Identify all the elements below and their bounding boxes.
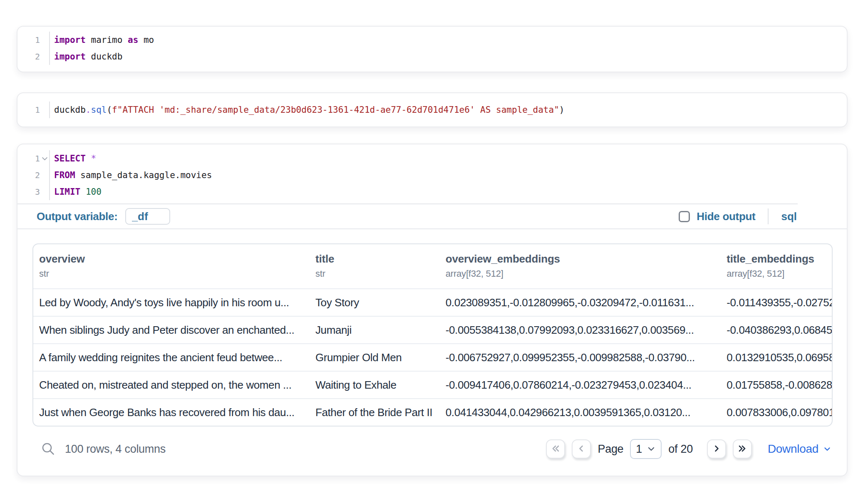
download-label: Download [768, 442, 818, 456]
table-cell: -0.009417406,0.07860214,-0.023279453,0.0… [440, 371, 721, 399]
chevron-down-icon [823, 444, 832, 454]
table-cell: -0.0055384138,0.07992093,0.023316627,0.0… [440, 316, 721, 344]
table-cell: Waiting to Exhale [310, 371, 440, 399]
fold-spacer [40, 102, 49, 118]
chevrons-right-icon [737, 444, 747, 455]
table-row: Cheated on, mistreated and stepped on, t… [33, 371, 832, 399]
table-cell: A family wedding reignites the ancient f… [33, 344, 310, 371]
fold-chevron-icon[interactable] [40, 150, 49, 167]
table-cell: Toy Story [310, 289, 440, 316]
chevron-left-icon [576, 444, 586, 455]
table-cell: 0.0132910535,0.06958 [721, 344, 832, 371]
code-text: LIMIT 100 [49, 184, 847, 200]
hide-output-checkbox[interactable] [679, 211, 690, 222]
code-line: 1SELECT * [17, 150, 847, 167]
column-type: str [39, 268, 307, 279]
column-name: overview_embeddings [446, 253, 718, 265]
code-line: 1import marimo as mo [17, 32, 847, 48]
sql-cell-footer: Output variable: Hide output sql [17, 204, 847, 228]
table-cell: When siblings Judy and Peter discover an… [33, 316, 310, 344]
page-select[interactable]: 1 [630, 439, 662, 459]
column-header-overview: overviewstr [33, 244, 310, 289]
first-page-button[interactable] [546, 439, 565, 459]
page-select-value: 1 [636, 443, 642, 456]
row-count-status: 100 rows, 4 columns [65, 443, 166, 456]
dataframe-table: overviewstrtitlestroverview_embeddingsar… [33, 244, 832, 426]
line-number: 1 [35, 102, 40, 118]
line-gutter: 1 [17, 32, 49, 48]
column-type: array[f32, 512] [446, 268, 718, 279]
notebook-cell-imports: 1import marimo as mo2import duckdb [17, 26, 848, 72]
line-number: 3 [35, 184, 40, 200]
table-cell: Father of the Bride Part II [310, 399, 440, 426]
code-text: SELECT * [49, 150, 847, 167]
fold-spacer [40, 32, 49, 48]
table-cell: 0.01755858,-0.0086286 [721, 371, 832, 399]
search-icon[interactable] [41, 441, 56, 456]
code-text: import marimo as mo [49, 32, 847, 48]
table-header-row: overviewstrtitlestroverview_embeddingsar… [33, 244, 832, 289]
pagination: Page 1 of 20 [546, 439, 832, 459]
line-gutter: 2 [17, 167, 49, 184]
table-cell: 0.007833006,0.097801 [721, 399, 832, 426]
fold-spacer [40, 48, 49, 65]
code-line: 2import duckdb [17, 48, 847, 65]
page-count-label: of 20 [668, 443, 693, 456]
line-number: 2 [35, 167, 40, 184]
code-line: 3LIMIT 100 [17, 184, 847, 200]
code-text: FROM sample_data.kaggle.movies [49, 167, 847, 184]
column-header-title: titlestr [310, 244, 440, 289]
line-number: 1 [35, 150, 40, 167]
code-editor-imports[interactable]: 1import marimo as mo2import duckdb [17, 32, 847, 65]
next-page-button[interactable] [707, 439, 726, 459]
table-cell: Grumpier Old Men [310, 344, 440, 371]
dataframe-table-card: overviewstrtitlestroverview_embeddingsar… [32, 243, 833, 427]
line-gutter: 1 [17, 150, 49, 167]
column-type: str [315, 268, 437, 279]
line-gutter: 3 [17, 184, 49, 200]
line-gutter: 2 [17, 48, 49, 65]
page-label: Page [598, 443, 623, 456]
table-cell: Just when George Banks has recovered fro… [33, 399, 310, 426]
code-editor-attach[interactable]: 1duckdb.sql(f"ATTACH 'md:_share/sample_d… [17, 102, 847, 118]
code-text: duckdb.sql(f"ATTACH 'md:_share/sample_da… [49, 102, 847, 118]
table-row: A family wedding reignites the ancient f… [33, 344, 832, 371]
table-cell: 0.041433044,0.042966213,0.0039591365,0.0… [440, 399, 721, 426]
column-name: overview [39, 253, 307, 265]
column-header-overview_embeddings: overview_embeddingsarray[f32, 512] [440, 244, 721, 289]
last-page-button[interactable] [733, 439, 752, 459]
vertical-divider [768, 208, 769, 224]
chevrons-left-icon [551, 444, 560, 455]
fold-spacer [40, 184, 49, 200]
code-line: 1duckdb.sql(f"ATTACH 'md:_share/sample_d… [17, 102, 847, 118]
table-footer: 100 rows, 4 columns Page 1 [32, 436, 833, 462]
download-button[interactable]: Download [768, 442, 832, 456]
notebook-cell-sql: 1SELECT *2FROM sample_data.kaggle.movies… [17, 144, 848, 476]
table-row: When siblings Judy and Peter discover an… [33, 316, 832, 344]
table-row: Just when George Banks has recovered fro… [33, 399, 832, 426]
fold-spacer [40, 167, 49, 184]
cell-output-area: overviewstrtitlestroverview_embeddingsar… [17, 229, 847, 462]
code-line: 2FROM sample_data.kaggle.movies [17, 167, 847, 184]
column-type: array[f32, 512] [727, 268, 829, 279]
output-variable-input[interactable] [125, 208, 170, 225]
table-cell: Led by Woody, Andy's toys live happily i… [33, 289, 310, 316]
line-gutter: 1 [17, 102, 49, 118]
table-cell: Cheated on, mistreated and stepped on, t… [33, 371, 310, 399]
table-cell: -0.011439355,-0.02752 [721, 289, 832, 316]
table-cell: -0.006752927,0.099952355,-0.009982588,-0… [440, 344, 721, 371]
chevron-right-icon [712, 444, 722, 455]
column-name: title_embeddings [727, 253, 829, 265]
code-editor-sql[interactable]: 1SELECT *2FROM sample_data.kaggle.movies… [17, 150, 847, 200]
previous-page-button[interactable] [572, 439, 591, 459]
table-cell: Jumanji [310, 316, 440, 344]
line-number: 1 [35, 32, 40, 48]
chevron-down-icon [647, 444, 656, 454]
output-variable-label: Output variable: [37, 210, 118, 223]
line-number: 2 [35, 48, 40, 65]
hide-output-label: Hide output [697, 210, 755, 223]
notebook: 1import marimo as mo2import duckdb 1duck… [0, 0, 868, 496]
language-toggle-sql[interactable]: sql [781, 210, 797, 223]
table-row: Led by Woody, Andy's toys live happily i… [33, 289, 832, 316]
column-header-title_embeddings: title_embeddingsarray[f32, 512] [721, 244, 832, 289]
